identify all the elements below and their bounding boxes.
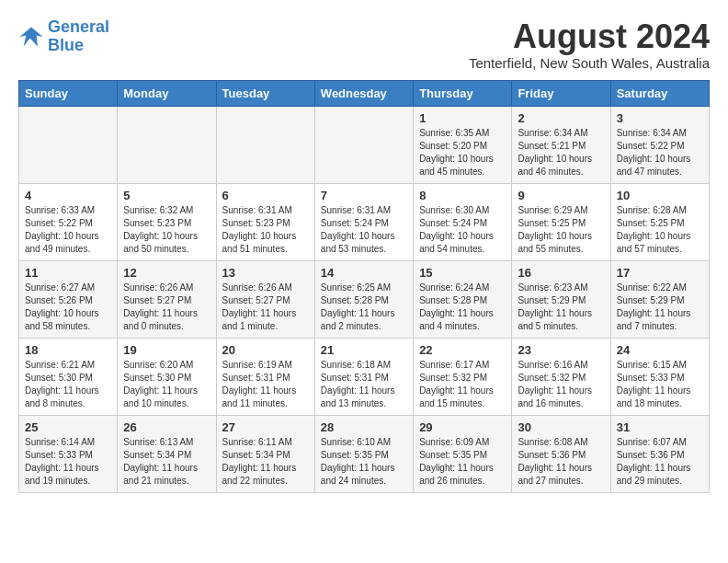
day-number: 12 [123,266,210,280]
day-info: Sunrise: 6:08 AMSunset: 5:36 PMDaylight:… [518,436,604,488]
day-number: 28 [321,420,407,434]
day-info: Sunrise: 6:30 AMSunset: 5:24 PMDaylight:… [419,204,506,256]
calendar-cell: 29Sunrise: 6:09 AMSunset: 5:35 PMDayligh… [414,415,512,492]
calendar-cell: 6Sunrise: 6:31 AMSunset: 5:23 PMDaylight… [216,183,314,260]
calendar-cell: 16Sunrise: 6:23 AMSunset: 5:29 PMDayligh… [512,260,610,338]
day-info: Sunrise: 6:33 AMSunset: 5:22 PMDaylight:… [25,204,111,256]
calendar-cell: 19Sunrise: 6:20 AMSunset: 5:30 PMDayligh… [118,338,216,415]
header-day-friday: Friday [512,80,610,106]
calendar-cell: 13Sunrise: 6:26 AMSunset: 5:27 PMDayligh… [216,260,314,338]
day-info: Sunrise: 6:14 AMSunset: 5:33 PMDaylight:… [25,436,111,488]
calendar-cell: 14Sunrise: 6:25 AMSunset: 5:28 PMDayligh… [314,260,413,338]
calendar-cell [19,106,118,183]
header-day-wednesday: Wednesday [314,80,413,106]
day-info: Sunrise: 6:23 AMSunset: 5:29 PMDaylight:… [518,282,604,333]
week-row-5: 25Sunrise: 6:14 AMSunset: 5:33 PMDayligh… [19,415,710,492]
logo-icon [18,24,44,50]
calendar-cell: 18Sunrise: 6:21 AMSunset: 5:30 PMDayligh… [19,338,118,415]
day-number: 21 [321,343,407,357]
day-info: Sunrise: 6:22 AMSunset: 5:29 PMDaylight:… [617,282,703,333]
calendar-cell: 22Sunrise: 6:17 AMSunset: 5:32 PMDayligh… [414,338,512,415]
day-info: Sunrise: 6:26 AMSunset: 5:27 PMDaylight:… [222,282,309,333]
day-number: 26 [123,420,210,434]
calendar-cell: 20Sunrise: 6:19 AMSunset: 5:31 PMDayligh… [216,338,314,415]
header-day-saturday: Saturday [610,80,709,106]
day-info: Sunrise: 6:32 AMSunset: 5:23 PMDaylight:… [123,204,210,256]
header-day-thursday: Thursday [414,80,512,106]
calendar-cell: 21Sunrise: 6:18 AMSunset: 5:31 PMDayligh… [314,338,413,415]
day-number: 25 [25,420,111,434]
header-row: SundayMondayTuesdayWednesdayThursdayFrid… [19,80,710,106]
month-title: August 2024 [469,18,710,55]
header-day-sunday: Sunday [19,80,118,106]
logo: General Blue [18,18,109,55]
day-number: 1 [419,111,506,125]
day-number: 15 [419,266,506,280]
day-info: Sunrise: 6:28 AMSunset: 5:25 PMDaylight:… [617,204,703,256]
week-row-4: 18Sunrise: 6:21 AMSunset: 5:30 PMDayligh… [19,338,710,415]
day-number: 11 [25,266,111,280]
day-info: Sunrise: 6:31 AMSunset: 5:23 PMDaylight:… [222,204,309,256]
calendar-cell: 27Sunrise: 6:11 AMSunset: 5:34 PMDayligh… [216,415,314,492]
calendar-cell: 8Sunrise: 6:30 AMSunset: 5:24 PMDaylight… [414,183,512,260]
day-number: 9 [518,189,604,202]
week-row-2: 4Sunrise: 6:33 AMSunset: 5:22 PMDaylight… [19,183,710,260]
day-info: Sunrise: 6:15 AMSunset: 5:33 PMDaylight:… [617,359,703,410]
day-number: 14 [321,266,407,280]
calendar-cell: 1Sunrise: 6:35 AMSunset: 5:20 PMDaylight… [414,106,512,183]
day-number: 23 [518,343,604,357]
logo-text: General Blue [48,18,109,55]
day-number: 16 [518,266,604,280]
day-number: 31 [617,420,703,434]
header-day-tuesday: Tuesday [216,80,314,106]
day-info: Sunrise: 6:35 AMSunset: 5:20 PMDaylight:… [419,127,506,178]
calendar-cell: 11Sunrise: 6:27 AMSunset: 5:26 PMDayligh… [19,260,118,338]
week-row-1: 1Sunrise: 6:35 AMSunset: 5:20 PMDaylight… [19,106,710,183]
week-row-3: 11Sunrise: 6:27 AMSunset: 5:26 PMDayligh… [19,260,710,338]
day-info: Sunrise: 6:18 AMSunset: 5:31 PMDaylight:… [321,359,407,410]
calendar-cell: 31Sunrise: 6:07 AMSunset: 5:36 PMDayligh… [610,415,709,492]
calendar-header: SundayMondayTuesdayWednesdayThursdayFrid… [19,80,710,106]
header-day-monday: Monday [118,80,216,106]
calendar-cell: 4Sunrise: 6:33 AMSunset: 5:22 PMDaylight… [19,183,118,260]
day-number: 20 [222,343,309,357]
location-subtitle: Tenterfield, New South Wales, Australia [469,55,710,71]
day-info: Sunrise: 6:20 AMSunset: 5:30 PMDaylight:… [123,359,210,410]
day-info: Sunrise: 6:34 AMSunset: 5:21 PMDaylight:… [518,127,604,178]
day-number: 22 [419,343,506,357]
day-number: 30 [518,420,604,434]
day-number: 27 [222,420,309,434]
day-number: 19 [123,343,210,357]
calendar-cell: 25Sunrise: 6:14 AMSunset: 5:33 PMDayligh… [19,415,118,492]
day-number: 18 [25,343,111,357]
calendar-table: SundayMondayTuesdayWednesdayThursdayFrid… [18,80,710,493]
calendar-cell [216,106,314,183]
day-number: 29 [419,420,506,434]
day-info: Sunrise: 6:19 AMSunset: 5:31 PMDaylight:… [222,359,309,410]
day-info: Sunrise: 6:26 AMSunset: 5:27 PMDaylight:… [123,282,210,333]
day-info: Sunrise: 6:27 AMSunset: 5:26 PMDaylight:… [25,282,111,333]
calendar-cell: 7Sunrise: 6:31 AMSunset: 5:24 PMDaylight… [314,183,413,260]
calendar-cell: 28Sunrise: 6:10 AMSunset: 5:35 PMDayligh… [314,415,413,492]
day-number: 2 [518,111,604,125]
day-number: 5 [123,189,210,202]
calendar-cell: 15Sunrise: 6:24 AMSunset: 5:28 PMDayligh… [414,260,512,338]
calendar-cell: 26Sunrise: 6:13 AMSunset: 5:34 PMDayligh… [118,415,216,492]
calendar-cell [314,106,413,183]
day-number: 17 [617,266,703,280]
calendar-cell: 30Sunrise: 6:08 AMSunset: 5:36 PMDayligh… [512,415,610,492]
page-header: General Blue August 2024 Tenterfield, Ne… [18,18,710,71]
calendar-cell: 2Sunrise: 6:34 AMSunset: 5:21 PMDaylight… [512,106,610,183]
calendar-cell: 17Sunrise: 6:22 AMSunset: 5:29 PMDayligh… [610,260,709,338]
day-number: 4 [25,189,111,202]
day-info: Sunrise: 6:16 AMSunset: 5:32 PMDaylight:… [518,359,604,410]
day-number: 7 [321,189,407,202]
calendar-cell: 23Sunrise: 6:16 AMSunset: 5:32 PMDayligh… [512,338,610,415]
day-info: Sunrise: 6:10 AMSunset: 5:35 PMDaylight:… [321,436,407,488]
title-block: August 2024 Tenterfield, New South Wales… [469,18,710,71]
calendar-cell: 9Sunrise: 6:29 AMSunset: 5:25 PMDaylight… [512,183,610,260]
day-number: 3 [617,111,703,125]
day-info: Sunrise: 6:24 AMSunset: 5:28 PMDaylight:… [419,282,506,333]
day-info: Sunrise: 6:09 AMSunset: 5:35 PMDaylight:… [419,436,506,488]
day-number: 8 [419,189,506,202]
